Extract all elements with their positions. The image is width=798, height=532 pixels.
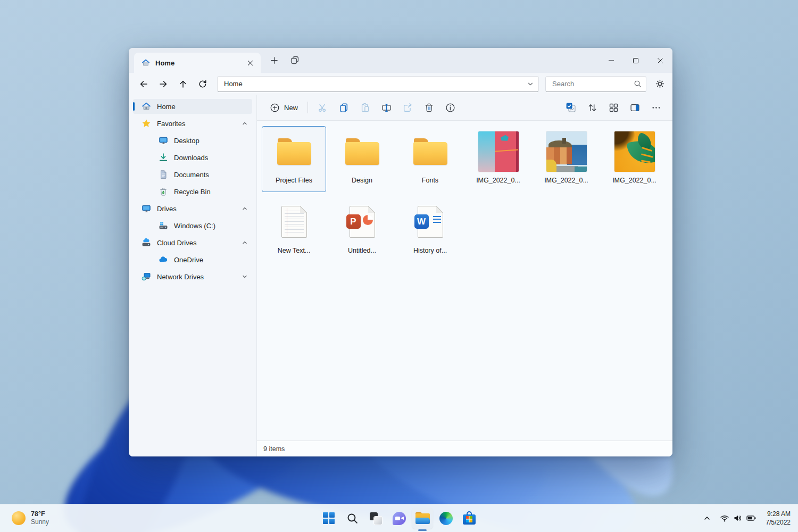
more-options-button[interactable] <box>646 98 666 117</box>
file-tile-powerpoint[interactable]: P Untitled... <box>330 196 394 262</box>
photo-thumbnail <box>614 131 655 172</box>
tab-list-button[interactable] <box>287 53 303 69</box>
sidebar-item-home[interactable]: Home <box>133 99 252 114</box>
sidebar-item-label: Drives <box>157 205 177 213</box>
chat-icon <box>393 512 406 525</box>
chat-button[interactable] <box>388 508 410 529</box>
photo-thumbnail <box>478 131 519 172</box>
minimize-button[interactable] <box>599 48 624 73</box>
start-button[interactable] <box>318 508 339 529</box>
new-button[interactable]: New <box>264 98 303 117</box>
photo-thumbnail <box>546 131 587 172</box>
edge-icon <box>439 512 453 525</box>
window-controls <box>599 48 672 73</box>
search-box[interactable] <box>545 76 646 92</box>
tab-close-button[interactable] <box>244 56 256 69</box>
taskbar-search-button[interactable] <box>342 508 363 529</box>
powerpoint-badge: P <box>346 214 361 229</box>
chevron-up-icon[interactable] <box>242 205 248 212</box>
file-tile-image-1[interactable]: IMG_2022_0... <box>466 126 530 192</box>
navigation-bar: Home <box>129 73 672 95</box>
sidebar-item-label: Network Drives <box>157 273 204 281</box>
task-view-button[interactable] <box>365 508 386 529</box>
sidebar-item-label: Desktop <box>174 137 200 145</box>
cloud-drive-icon <box>142 238 151 247</box>
sort-button[interactable] <box>582 98 602 117</box>
windows-logo-icon <box>323 512 335 524</box>
file-tile-design[interactable]: Design <box>330 126 394 192</box>
file-name: IMG_2022_0... <box>544 177 588 184</box>
sidebar-item-drives[interactable]: Drives <box>133 201 252 216</box>
file-tile-image-3[interactable]: IMG_2022_0... <box>602 126 667 192</box>
chevron-up-icon[interactable] <box>242 120 248 127</box>
maximize-button[interactable] <box>624 48 648 73</box>
sidebar-item-documents[interactable]: Documents <box>133 167 252 182</box>
pie-chart-glyph <box>363 215 373 225</box>
file-name: New Text... <box>278 247 311 254</box>
taskbar-center <box>318 508 480 529</box>
close-window-button[interactable] <box>648 48 672 73</box>
sidebar-item-network-drives[interactable]: Network Drives <box>133 269 252 284</box>
file-tile-word[interactable]: W History of... <box>398 196 462 262</box>
clock-date: 7/5/2022 <box>766 518 791 527</box>
edge-button[interactable] <box>435 508 456 529</box>
home-icon <box>142 59 150 67</box>
word-badge: W <box>414 214 429 229</box>
weather-widget[interactable]: 78°F Sunny <box>7 504 53 532</box>
properties-button[interactable] <box>440 98 460 117</box>
refresh-button[interactable] <box>194 76 211 93</box>
file-tile-project-files[interactable]: Project Files <box>262 126 326 192</box>
new-tab-button[interactable] <box>266 53 282 69</box>
plus-circle-icon <box>270 103 280 113</box>
sidebar-item-favorites[interactable]: Favorites <box>133 116 252 131</box>
up-button[interactable] <box>174 76 192 93</box>
settings-button[interactable] <box>651 76 669 93</box>
back-button[interactable] <box>135 76 152 93</box>
forward-button[interactable] <box>155 76 172 93</box>
network-volume-battery-button[interactable] <box>716 509 760 528</box>
file-tile-text[interactable]: New Text... <box>262 196 326 262</box>
details-pane-button[interactable] <box>625 98 645 117</box>
paste-button[interactable] <box>355 98 375 117</box>
folder-icon <box>277 138 311 165</box>
share-button[interactable] <box>397 98 418 117</box>
file-name: Design <box>352 177 372 184</box>
address-chevron-down-icon[interactable] <box>527 80 534 88</box>
address-bar[interactable]: Home <box>217 76 539 92</box>
sidebar-item-label: Favorites <box>157 120 185 128</box>
delete-button[interactable] <box>419 98 439 117</box>
item-count: 9 items <box>263 445 285 453</box>
chevron-up-icon[interactable] <box>242 239 248 246</box>
file-name: IMG_2022_0... <box>612 177 656 184</box>
sidebar-item-cloud-drives[interactable]: Cloud Drives <box>133 235 252 250</box>
sidebar-item-windows-c[interactable]: Windows (C:) <box>133 218 252 233</box>
view-button[interactable] <box>603 98 624 117</box>
home-icon <box>142 102 151 111</box>
sidebar-item-recycle-bin[interactable]: Recycle Bin <box>133 184 252 199</box>
new-button-label: New <box>284 104 298 112</box>
sidebar-item-downloads[interactable]: Downloads <box>133 150 252 165</box>
sidebar-item-onedrive[interactable]: OneDrive <box>133 252 252 267</box>
tray-overflow-button[interactable] <box>699 509 715 528</box>
copy-button[interactable] <box>334 98 354 117</box>
file-name: Untitled... <box>348 247 376 254</box>
sidebar-item-label: Home <box>157 103 176 111</box>
file-tile-image-2[interactable]: IMG_2022_0... <box>534 126 598 192</box>
search-input[interactable] <box>551 79 634 88</box>
chevron-down-icon[interactable] <box>242 273 248 280</box>
clock[interactable]: 9:28 AM 7/5/2022 <box>761 509 795 528</box>
file-tile-fonts[interactable]: Fonts <box>398 126 462 192</box>
cut-button[interactable] <box>312 98 332 117</box>
onedrive-icon <box>159 255 168 264</box>
toggle-selection-button[interactable] <box>561 98 581 117</box>
task-view-icon <box>370 512 382 525</box>
tab-home[interactable]: Home <box>134 53 261 73</box>
sidebar-item-desktop[interactable]: Desktop <box>133 133 252 148</box>
store-icon <box>463 514 476 525</box>
rename-button[interactable] <box>376 98 396 117</box>
system-tray: 9:28 AM 7/5/2022 <box>699 504 795 532</box>
store-button[interactable] <box>459 508 480 529</box>
toolbar-separator <box>307 102 308 113</box>
powerpoint-file-icon: P <box>350 206 375 238</box>
file-explorer-button[interactable] <box>412 508 433 529</box>
